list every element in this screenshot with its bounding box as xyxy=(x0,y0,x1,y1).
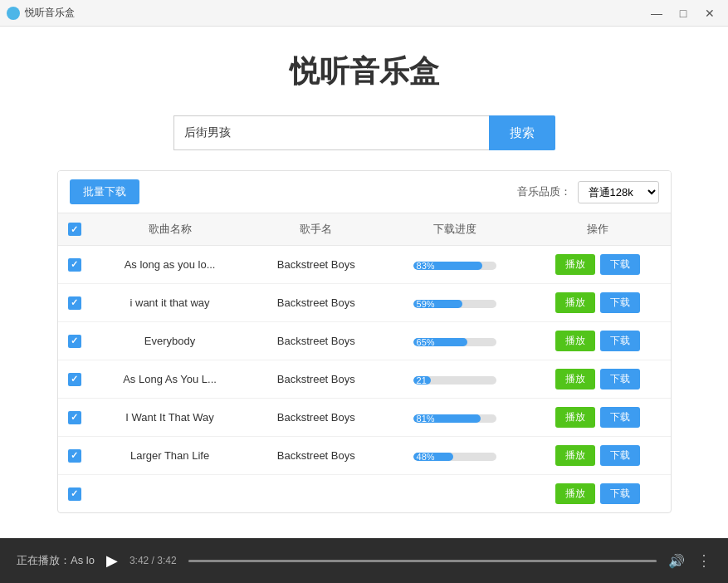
download-button[interactable]: 下载 xyxy=(600,254,640,275)
action-buttons: 播放下载 xyxy=(532,483,663,504)
row-title: As long as you lo... xyxy=(91,246,249,284)
progress-label: 65% xyxy=(417,338,435,346)
play-button[interactable]: 播放 xyxy=(555,331,595,351)
row-checkbox-cell xyxy=(58,322,91,360)
row-progress: 59% xyxy=(384,284,525,322)
row-action: 播放下载 xyxy=(525,399,670,437)
header-checkbox-cell xyxy=(58,213,91,246)
table-row: Larger Than LifeBackstreet Boys48%播放下载 xyxy=(58,437,671,475)
table-row: As long as you lo...Backstreet Boys83%播放… xyxy=(58,246,671,284)
player-progress-bar[interactable] xyxy=(188,560,657,562)
progress-bar-wrap: 59% xyxy=(413,300,496,308)
row-progress: 83% xyxy=(384,246,525,284)
play-button[interactable]: 播放 xyxy=(555,483,595,504)
download-button[interactable]: 下载 xyxy=(600,445,640,466)
quality-selector: 音乐品质： 普通128k 标准192k 高品320k 无损FLAC xyxy=(517,181,659,203)
row-checkbox[interactable] xyxy=(68,449,81,463)
volume-icon[interactable]: 🔊 xyxy=(668,553,685,569)
row-checkbox[interactable] xyxy=(68,487,81,501)
row-title: i want it that way xyxy=(91,284,249,322)
play-button[interactable]: 播放 xyxy=(555,254,595,275)
search-bar: 搜索 xyxy=(173,115,555,150)
player-now-playing-label: 正在播放： xyxy=(17,554,71,566)
row-cell xyxy=(91,475,249,513)
play-button[interactable]: 播放 xyxy=(555,407,595,428)
download-button[interactable]: 下载 xyxy=(600,407,640,428)
header-artist: 歌手名 xyxy=(249,213,384,246)
row-checkbox-cell xyxy=(58,399,91,437)
progress-bar-wrap: 21 xyxy=(413,376,496,385)
row-title: I Want It That Way xyxy=(91,399,249,437)
header-action: 操作 xyxy=(525,213,670,246)
progress-label: 81% xyxy=(417,414,435,423)
row-artist: Backstreet Boys xyxy=(249,246,384,284)
row-artist: Backstreet Boys xyxy=(249,322,384,360)
titlebar-left: 悦听音乐盒 xyxy=(7,6,75,20)
row-checkbox[interactable] xyxy=(68,373,81,386)
player-menu-icon[interactable]: ⋮ xyxy=(696,551,711,570)
progress-bar-wrap: 48% xyxy=(413,453,496,461)
select-all-checkbox[interactable] xyxy=(68,223,81,236)
app-title: 悦听音乐盒 xyxy=(290,51,439,92)
action-buttons: 播放下载 xyxy=(532,369,663,389)
player-time: 3:42 / 3:42 xyxy=(129,555,177,566)
row-progress: 48% xyxy=(384,437,525,475)
row-action: 播放下载 xyxy=(525,360,670,399)
player-now-playing: 正在播放：As lo xyxy=(17,553,95,568)
action-buttons: 播放下载 xyxy=(532,407,663,428)
row-checkbox[interactable] xyxy=(68,296,81,310)
progress-label: 59% xyxy=(417,300,435,308)
minimize-button[interactable]: — xyxy=(645,2,668,25)
progress-label: 21 xyxy=(417,376,427,385)
row-checkbox-cell xyxy=(58,284,91,322)
row-cell xyxy=(384,475,525,513)
row-checkbox[interactable] xyxy=(68,335,81,348)
play-button[interactable]: 播放 xyxy=(555,369,595,389)
row-action: 播放下载 xyxy=(525,437,670,475)
row-checkbox-cell xyxy=(58,246,91,284)
table-row: I Want It That WayBackstreet Boys81%播放下载 xyxy=(58,399,671,437)
quality-select[interactable]: 普通128k 标准192k 高品320k 无损FLAC xyxy=(578,181,659,203)
row-cell: 播放下载 xyxy=(525,475,670,513)
row-progress: 81% xyxy=(384,399,525,437)
play-button[interactable]: 播放 xyxy=(555,292,595,313)
maximize-button[interactable]: □ xyxy=(672,2,695,25)
search-input[interactable] xyxy=(173,115,489,150)
table-row: 播放下载 xyxy=(58,475,671,513)
header-progress: 下载进度 xyxy=(384,213,525,246)
bottom-player: 正在播放：As lo ▶ 3:42 / 3:42 🔊 ⋮ xyxy=(0,538,728,583)
quality-label: 音乐品质： xyxy=(517,184,571,199)
titlebar-title: 悦听音乐盒 xyxy=(25,6,75,20)
player-track: As lo xyxy=(71,554,95,566)
app-icon xyxy=(7,7,20,20)
player-progress-fill xyxy=(188,560,657,562)
player-play-button[interactable]: ▶ xyxy=(106,551,118,570)
row-artist: Backstreet Boys xyxy=(249,437,384,475)
row-action: 播放下载 xyxy=(525,322,670,360)
action-buttons: 播放下载 xyxy=(532,254,663,275)
progress-bar-wrap: 65% xyxy=(413,338,496,346)
row-checkbox[interactable] xyxy=(68,258,81,272)
row-title: Everybody xyxy=(91,322,249,360)
play-button[interactable]: 播放 xyxy=(555,445,595,466)
row-checkbox[interactable] xyxy=(68,411,81,424)
action-buttons: 播放下载 xyxy=(532,292,663,313)
row-artist: Backstreet Boys xyxy=(249,284,384,322)
table-row: As Long As You L...Backstreet Boys21播放下载 xyxy=(58,360,671,399)
action-buttons: 播放下载 xyxy=(532,331,663,351)
download-button[interactable]: 下载 xyxy=(600,369,640,389)
row-checkbox-cell xyxy=(58,437,91,475)
table-container: 批量下载 音乐品质： 普通128k 标准192k 高品320k 无损FLAC 歌… xyxy=(57,170,672,513)
row-artist: Backstreet Boys xyxy=(249,360,384,399)
search-button[interactable]: 搜索 xyxy=(489,115,555,150)
close-button[interactable]: ✕ xyxy=(698,2,721,25)
download-button[interactable]: 下载 xyxy=(600,331,640,351)
download-button[interactable]: 下载 xyxy=(600,483,640,504)
batch-download-button[interactable]: 批量下载 xyxy=(70,179,139,204)
row-title: As Long As You L... xyxy=(91,360,249,399)
main-content: 悦听音乐盒 搜索 批量下载 音乐品质： 普通128k 标准192k 高品320k… xyxy=(0,27,728,583)
row-checkbox-cell xyxy=(58,475,91,513)
row-checkbox-cell xyxy=(58,360,91,399)
download-button[interactable]: 下载 xyxy=(600,292,640,313)
header-title: 歌曲名称 xyxy=(91,213,249,246)
